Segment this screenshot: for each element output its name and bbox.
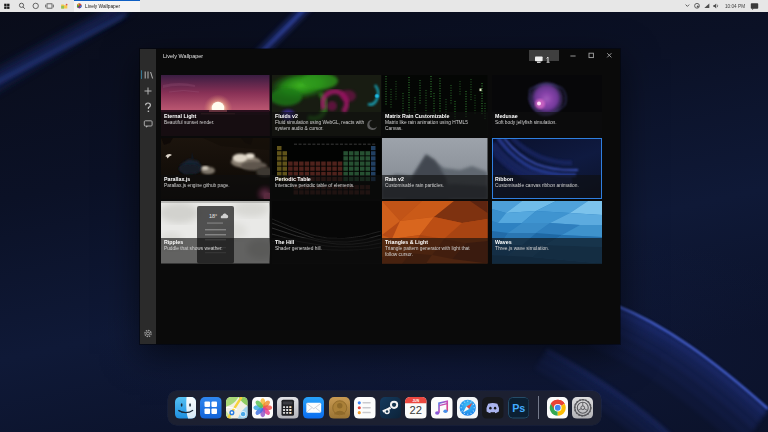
svg-text:18°: 18° [209, 213, 217, 219]
svg-text:Ps: Ps [512, 402, 525, 414]
svg-text:22: 22 [410, 404, 422, 416]
svg-text:JUN: JUN [413, 399, 420, 403]
